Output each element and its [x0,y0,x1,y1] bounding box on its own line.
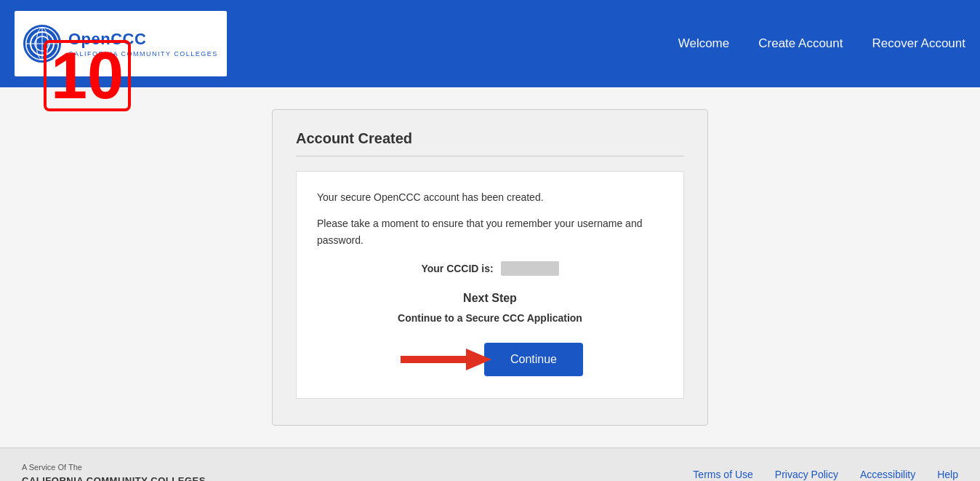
nav-recover-account[interactable]: Recover Account [872,36,965,51]
main-nav: Welcome Create Account Recover Account [678,36,965,51]
next-step-title: Next Step [317,292,663,305]
logo-icon [23,25,61,63]
nav-create-account[interactable]: Create Account [758,36,843,51]
footer-terms-link[interactable]: Terms of Use [693,469,752,480]
card-message1: Your secure OpenCCC account has been cre… [317,189,663,205]
continue-row: Continue [317,341,663,378]
cccid-value [501,261,559,276]
main-content: Account Created Your secure OpenCCC acco… [0,87,980,448]
footer-left: A Service Of The California Community Co… [22,461,206,481]
logo-text: OpenCCC California Community Colleges [68,30,218,57]
card-title: Account Created [296,130,684,156]
cccid-label: Your CCCID is: [421,263,493,274]
arrow-indicator [397,341,491,378]
continue-button[interactable]: Continue [484,343,583,376]
card-message2: Please take a moment to ensure that you … [317,215,663,248]
footer: A Service Of The California Community Co… [0,448,980,481]
svg-marker-7 [466,349,491,370]
footer-links: Terms of Use Privacy Policy Accessibilit… [693,469,958,480]
account-created-card: Account Created Your secure OpenCCC acco… [272,109,708,426]
footer-privacy-link[interactable]: Privacy Policy [775,469,838,480]
nav-welcome[interactable]: Welcome [678,36,730,51]
footer-org-name: California Community Colleges [22,474,206,481]
header: OpenCCC California Community Colleges 10… [0,0,980,87]
footer-service-text: A Service Of The [22,461,206,474]
ccc-subtitle: California Community Colleges [68,50,218,57]
next-step-subtitle: Continue to a Secure CCC Application [317,312,663,324]
cccid-row: Your CCCID is: [317,261,663,276]
footer-help-link[interactable]: Help [937,469,958,480]
logo-area: OpenCCC California Community Colleges [15,11,227,76]
openccc-brand: OpenCCC [68,30,218,49]
card-body: Your secure OpenCCC account has been cre… [296,171,684,399]
footer-accessibility-link[interactable]: Accessibility [860,469,915,480]
